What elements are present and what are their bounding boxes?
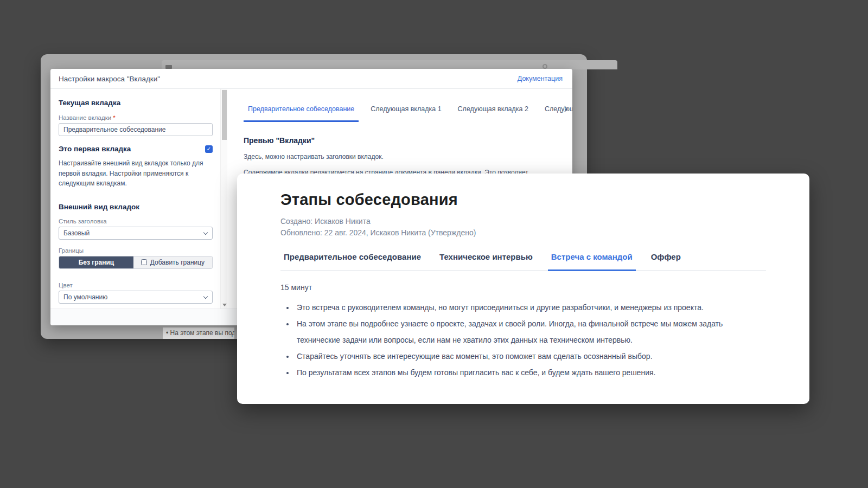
stage-bullet-list: Это встреча с руководителем команды, но … xyxy=(295,299,766,381)
tab-name-label: Название вкладки * xyxy=(59,114,213,121)
settings-panel: Текущая вкладка Название вкладки * Это п… xyxy=(50,89,220,309)
card-tab-3[interactable]: Встреча с командой xyxy=(548,252,636,271)
documentation-link[interactable]: Документация xyxy=(518,75,563,82)
add-border-checkbox[interactable] xyxy=(141,259,147,265)
first-tab-checkbox[interactable]: ✓ xyxy=(205,145,213,153)
tab-name-input[interactable] xyxy=(59,123,213,136)
color-select[interactable]: По умолчанию xyxy=(59,291,213,304)
list-item: На этом этапе вы подробнее узнаете о про… xyxy=(295,316,766,348)
borders-label: Границы xyxy=(59,247,213,254)
preview-heading: Превью "Вкладки" xyxy=(244,136,559,145)
preview-tabs: Предварительное собеседованиеСледующая в… xyxy=(244,105,559,122)
section-appearance: Внешний вид вкладок xyxy=(59,203,213,211)
preview-text-line: Здесь, можно настраивать заголовки вклад… xyxy=(244,153,559,160)
list-item: Это встреча с руководителем команды, но … xyxy=(295,299,766,316)
dimmed-help-icon xyxy=(542,64,547,69)
dimmed-toolbar xyxy=(162,60,617,69)
list-item: Старайтесь уточнять все интересующие вас… xyxy=(295,348,766,364)
dimmed-toolbar-glyph xyxy=(165,65,172,69)
preview-tab-4[interactable]: Следующ xyxy=(540,105,572,122)
page-meta: Создано: Искаков Никита Обновлено: 22 ав… xyxy=(280,216,766,239)
header-style-select[interactable]: Базовый xyxy=(59,227,213,240)
card-tabs: Предварительное собеседованиеТехническое… xyxy=(280,252,766,271)
first-tab-label: Это первая вкладка xyxy=(59,145,131,153)
borders-segmented-control: Без границ Добавить границу xyxy=(59,256,213,269)
required-asterisk: * xyxy=(113,114,115,121)
card-tab-4[interactable]: Оффер xyxy=(648,252,684,271)
first-tab-help-text: Настраивайте внешний вид вкладок только … xyxy=(59,158,213,189)
dialog-header: Настройки макроса "Вкладки" Документация xyxy=(50,69,572,89)
scrollbar-down-arrow-icon[interactable] xyxy=(222,304,227,306)
scrollbar-thumb[interactable] xyxy=(222,90,227,140)
list-item: По результатам всех этапов мы будем гото… xyxy=(295,364,766,381)
card-tab-1[interactable]: Предварительное собеседование xyxy=(280,252,424,271)
chevron-down-icon xyxy=(203,294,208,299)
duration-text: 15 минут xyxy=(280,283,766,292)
card-tab-2[interactable]: Техническое интервью xyxy=(436,252,536,271)
page-title: Этапы собеседования xyxy=(280,191,766,209)
updated-line: Обновлено: 22 авг. 2024, Искаков Никита … xyxy=(280,227,766,239)
dialog-title: Настройки макроса "Вкладки" xyxy=(59,75,160,83)
preview-tab-1[interactable]: Предварительное собеседование xyxy=(244,105,359,122)
borders-option-none[interactable]: Без границ xyxy=(59,256,133,268)
page-content-hint: • На этом этапе вы под xyxy=(163,328,234,339)
color-label: Цвет xyxy=(59,282,213,288)
settings-scrollbar[interactable] xyxy=(220,89,227,309)
preview-tab-2[interactable]: Следующая вкладка 1 xyxy=(366,105,445,122)
page-view-card: Этапы собеседования Создано: Искаков Ник… xyxy=(237,174,809,404)
created-by-line: Создано: Искаков Никита xyxy=(280,216,766,227)
preview-tab-3[interactable]: Следующая вкладка 2 xyxy=(454,105,533,122)
section-current-tab: Текущая вкладка xyxy=(59,99,213,107)
chevron-down-icon xyxy=(203,230,208,235)
borders-option-add[interactable]: Добавить границу xyxy=(133,256,212,268)
header-style-label: Стиль заголовка xyxy=(59,218,213,224)
